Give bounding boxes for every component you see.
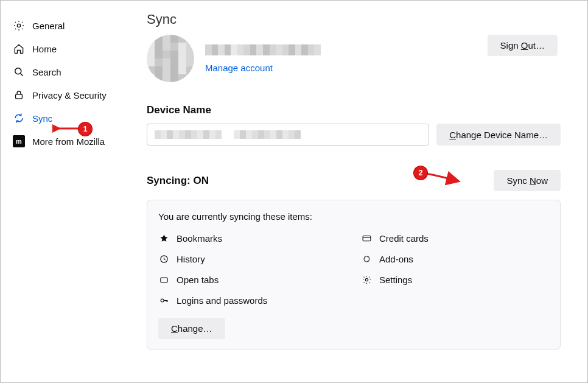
sync-status-row: Syncing: ON Sync Now (147, 170, 561, 191)
sync-item-label: Open tabs (177, 275, 219, 285)
sidebar-item-label: Privacy & Security (32, 90, 107, 100)
svg-point-0 (17, 24, 20, 27)
lock-icon (13, 89, 25, 101)
key-icon (158, 295, 169, 306)
sync-items-intro: You are currently syncing these items: (158, 211, 549, 222)
svg-rect-5 (160, 277, 167, 282)
annotation-badge-2: 2 (414, 166, 427, 180)
sync-item-label: Bookmarks (177, 233, 222, 244)
manage-account-link[interactable]: Manage account (205, 63, 273, 73)
change-sync-items-button[interactable]: Change… (158, 318, 225, 339)
sidebar-item-label: General (32, 21, 65, 31)
sync-item-label: History (177, 254, 205, 264)
sidebar-item-general[interactable]: General (9, 15, 131, 36)
sync-item-addons: Add-ons (361, 253, 549, 264)
account-row: Manage account Sign Out… (147, 35, 561, 82)
svg-point-6 (365, 278, 368, 281)
sync-item-logins: Logins and passwords (158, 295, 346, 306)
device-name-redacted (155, 130, 301, 139)
mozilla-icon: m (13, 135, 25, 147)
sidebar-item-label: Sync (32, 113, 52, 124)
main-content: Sync Manage account Sign Out… (147, 12, 561, 350)
sync-items-grid: Bookmarks Credit cards History Add-ons (158, 233, 549, 306)
device-name-header: Device Name (147, 104, 561, 116)
sync-item-bookmarks: Bookmarks (158, 233, 346, 244)
device-row: Change Device Name… (147, 124, 561, 146)
sync-icon (13, 112, 25, 124)
annotation-arrow-2 (423, 170, 461, 186)
avatar-pixelated (147, 35, 194, 82)
puzzle-icon (361, 253, 372, 264)
sync-item-label: Add-ons (379, 254, 413, 264)
sign-out-button[interactable]: Sign Out… (488, 35, 558, 56)
device-name-input[interactable] (147, 124, 429, 146)
sync-item-history: History (158, 253, 346, 264)
sync-item-label: Settings (379, 275, 412, 285)
sync-item-label: Logins and passwords (177, 295, 267, 306)
search-icon (13, 66, 25, 78)
sidebar-item-search[interactable]: Search (9, 61, 131, 82)
sidebar-item-label: More from Mozilla (32, 136, 105, 147)
account-info: Manage account (205, 44, 321, 73)
change-device-name-button[interactable]: Change Device Name… (436, 124, 561, 146)
avatar (147, 35, 194, 82)
home-icon (13, 43, 25, 55)
svg-rect-3 (363, 236, 371, 241)
annotation-badge-1: 1 (79, 122, 92, 136)
sync-item-settings: Settings (361, 274, 549, 285)
sidebar-item-privacy[interactable]: Privacy & Security (9, 85, 131, 105)
clock-icon (158, 253, 169, 264)
sync-item-opentabs: Open tabs (158, 274, 346, 285)
gear-icon (361, 274, 372, 285)
gear-icon (13, 19, 25, 32)
svg-point-7 (161, 299, 164, 302)
page-title: Sync (147, 12, 561, 27)
svg-point-1 (15, 68, 21, 74)
star-icon (158, 233, 169, 244)
account-email-redacted (205, 44, 321, 55)
sync-item-label: Credit cards (379, 233, 429, 244)
sync-status-label: Syncing: ON (147, 175, 209, 187)
svg-rect-2 (16, 94, 23, 99)
sidebar-item-label: Search (32, 67, 61, 77)
sidebar-item-label: Home (32, 44, 57, 54)
sidebar-item-home[interactable]: Home (9, 38, 131, 59)
sync-now-button[interactable]: Sync Now (494, 170, 561, 191)
settings-frame: General Home Search Privacy & Security S… (0, 0, 588, 383)
tab-icon (158, 274, 169, 285)
sync-items-box: You are currently syncing these items: B… (147, 200, 561, 350)
credit-card-icon (361, 233, 372, 244)
sync-item-creditcards: Credit cards (361, 233, 549, 244)
